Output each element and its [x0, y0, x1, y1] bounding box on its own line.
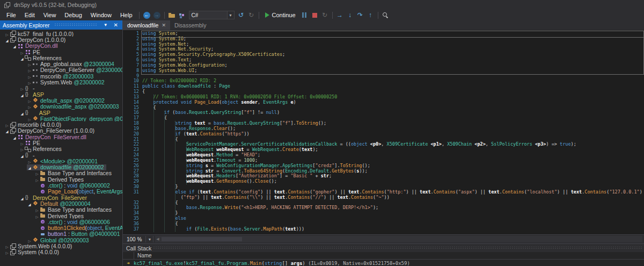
- tree-item[interactable]: PE: [0, 140, 122, 146]
- tree-item[interactable]: PE: [0, 49, 122, 55]
- nav-forward-icon[interactable]: →: [152, 10, 162, 20]
- expander-icon[interactable]: [27, 158, 32, 164]
- tree-item[interactable]: -: [0, 85, 122, 91]
- expander-icon[interactable]: [4, 243, 10, 249]
- tree-item[interactable]: FastObjectFactory_derpycon @02000004: [0, 116, 122, 121]
- expander-icon[interactable]: [27, 73, 32, 79]
- language-select-caret-icon[interactable]: ▼: [228, 11, 235, 19]
- restart-icon[interactable]: ↻: [320, 10, 330, 20]
- expander-icon[interactable]: [12, 43, 17, 49]
- expander-icon[interactable]: [19, 195, 25, 200]
- expander-icon[interactable]: [27, 237, 32, 243]
- tab-disassembly[interactable]: Disassembly: [170, 20, 211, 30]
- tree-item[interactable]: System.Web @23000002: [0, 79, 122, 85]
- tree-item[interactable]: Derived Types: [0, 176, 122, 182]
- tree-item[interactable]: downloadfile_aspx @02000003: [0, 104, 122, 110]
- tree-item[interactable]: __ASP: [0, 110, 122, 116]
- tree-item[interactable]: .ctor() : void @06000006: [0, 219, 122, 225]
- expander-icon[interactable]: [19, 85, 25, 91]
- expander-icon[interactable]: [4, 31, 10, 37]
- menu-window[interactable]: Window: [86, 11, 116, 19]
- open-module-icon[interactable]: [177, 10, 187, 20]
- expander-icon[interactable]: [12, 134, 17, 140]
- expander-icon[interactable]: [19, 110, 25, 116]
- tree-item[interactable]: DerpyCon_FileServer.dll: [0, 134, 122, 140]
- expander-icon[interactable]: [19, 55, 25, 61]
- expander-icon[interactable]: [34, 170, 40, 176]
- search-icon[interactable]: [380, 10, 391, 20]
- expander-icon[interactable]: [4, 121, 10, 127]
- menu-edit[interactable]: Edit: [20, 11, 39, 19]
- expander-icon[interactable]: [27, 67, 32, 73]
- tree-item[interactable]: downloadfile @02000002: [0, 164, 122, 170]
- expander-icon[interactable]: [27, 104, 32, 110]
- expander-icon[interactable]: [4, 37, 10, 42]
- menu-debug[interactable]: Debug: [60, 11, 86, 19]
- expander-icon[interactable]: [34, 213, 40, 219]
- menu-help[interactable]: Help: [116, 11, 137, 19]
- break-all-icon[interactable]: [299, 10, 310, 20]
- scroll-left-icon[interactable]: ◀: [156, 237, 159, 241]
- zoom-dropdown-icon[interactable]: ▼: [145, 236, 153, 242]
- code-editor[interactable]: 1using System;2using System.IO;3using Sy…: [123, 30, 644, 234]
- panel-menu-icon[interactable]: ▼: [102, 23, 109, 27]
- call-stack-frame[interactable]: ➜kc57_final_fu.exe!kc57_final_fu.Program…: [123, 260, 644, 266]
- tree-item[interactable]: Default @02000004: [0, 200, 122, 206]
- horizontal-scrollbar[interactable]: ◀: [155, 236, 642, 242]
- step-over-icon[interactable]: ↷: [355, 10, 365, 20]
- scrollbar-thumb[interactable]: [162, 237, 242, 241]
- tree-item[interactable]: button1Clicked(object, EventArgs) : void: [0, 225, 122, 231]
- expander-icon[interactable]: [34, 176, 40, 182]
- tree-item[interactable]: ASP: [0, 91, 122, 97]
- menu-view[interactable]: View: [39, 11, 61, 19]
- tree-item[interactable]: mscorlib (4.0.0.0): [0, 121, 122, 127]
- expander-icon[interactable]: [19, 146, 25, 152]
- tree-item[interactable]: kc57_final_fu (1.0.0.0): [0, 31, 122, 37]
- tab-downloadfile[interactable]: downloadfile✕: [123, 20, 170, 30]
- expander-icon[interactable]: [27, 97, 32, 103]
- tree-item[interactable]: DerpyCon_FileServer (1.0.0.0): [0, 128, 122, 134]
- stop-debugging-icon[interactable]: [310, 10, 320, 20]
- tree-item[interactable]: DerpyCon.dll: [0, 43, 122, 49]
- tree-item[interactable]: DerpyCon_FileServer @23000001: [0, 67, 122, 73]
- tree-item[interactable]: Derived Types: [0, 213, 122, 219]
- tree-item[interactable]: .ctor() : void @06000002: [0, 182, 122, 188]
- expander-icon[interactable]: [27, 200, 32, 206]
- tree-item[interactable]: System.Web (4.0.0.0): [0, 243, 122, 249]
- tree-item[interactable]: DerpyCon (1.0.0.0): [0, 37, 122, 42]
- tab-close-icon[interactable]: ✕: [162, 23, 166, 28]
- nav-back-icon[interactable]: ←: [142, 10, 152, 20]
- tree-item[interactable]: Base Type and Interfaces: [0, 170, 122, 176]
- menu-file[interactable]: File: [2, 11, 20, 19]
- step-into-icon[interactable]: ↓: [345, 10, 355, 20]
- tree-item[interactable]: default_aspx @02000002: [0, 97, 122, 103]
- redo-icon[interactable]: ↻: [246, 10, 257, 20]
- tree-item[interactable]: mscorlib @23000003: [0, 73, 122, 79]
- tree-item[interactable]: Global @02000003: [0, 237, 122, 243]
- tree-item[interactable]: App_global.asax @23000004: [0, 61, 122, 67]
- tree-item[interactable]: Base Type and Interfaces: [0, 207, 122, 213]
- language-select[interactable]: C#▼: [187, 11, 236, 19]
- expander-icon[interactable]: [34, 207, 40, 213]
- expander-icon[interactable]: [19, 140, 25, 146]
- expander-icon[interactable]: [19, 49, 25, 55]
- language-select-value[interactable]: C#: [189, 11, 228, 19]
- tree-item[interactable]: <Module> @02000001: [0, 158, 122, 164]
- tree-item[interactable]: -: [0, 152, 122, 158]
- tree-item[interactable]: System (4.0.0.0): [0, 249, 122, 255]
- expander-icon[interactable]: [27, 116, 32, 121]
- expander-icon[interactable]: [27, 79, 32, 85]
- tree-item[interactable]: Page_Load(object, EventArgs) : void @060…: [0, 189, 122, 195]
- open-file-icon[interactable]: [167, 10, 177, 20]
- continue-button[interactable]: Continue: [261, 12, 299, 18]
- tree-item[interactable]: button1 : Button @04000001: [0, 231, 122, 237]
- zoom-level[interactable]: 100 %: [123, 236, 145, 242]
- undo-icon[interactable]: ↺: [236, 10, 246, 20]
- expander-icon[interactable]: [19, 91, 25, 97]
- tree-item[interactable]: References: [0, 55, 122, 61]
- tree-item[interactable]: DerpyCon_FileServer: [0, 195, 122, 200]
- expander-icon[interactable]: [27, 164, 32, 170]
- show-next-statement-icon[interactable]: →: [335, 10, 345, 20]
- expander-icon[interactable]: [4, 249, 10, 255]
- expander-icon[interactable]: [27, 61, 32, 67]
